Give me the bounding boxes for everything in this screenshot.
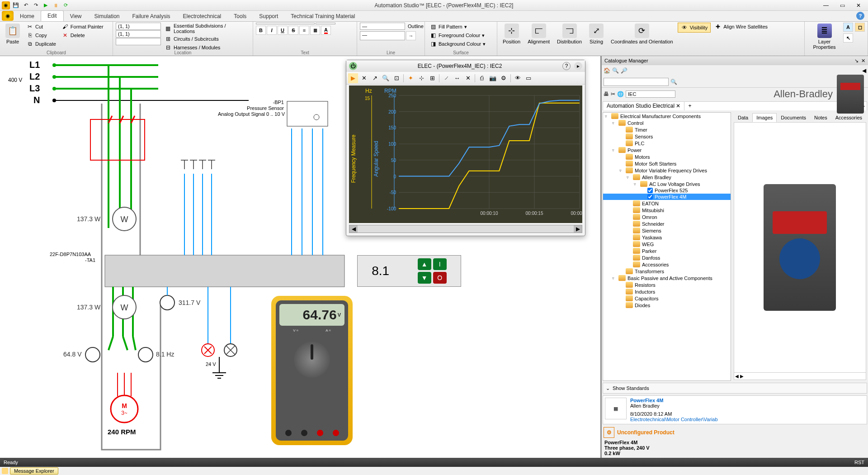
cat-filter2-icon[interactable]: ✂ [611, 91, 615, 97]
help-button[interactable]: ? [856, 12, 864, 20]
line-style-dropdown[interactable]: — [360, 23, 405, 30]
layer-tool2-button[interactable]: ↖ [843, 33, 853, 43]
preview-tab-notes[interactable]: Notes [810, 113, 831, 122]
duplicate-button[interactable]: ⧉Duplicate [24, 40, 58, 48]
fill-pattern-button[interactable]: ▨Fill Pattern ▾ [428, 23, 487, 31]
tree-item[interactable]: ▿Motor Variable Frequency Drives [603, 167, 731, 174]
ribbon-tab-simulation[interactable]: Simulation [88, 11, 126, 21]
underline-button[interactable]: U [278, 26, 288, 35]
mm-jack-3[interactable] [317, 430, 323, 436]
layer-tool3-button[interactable]: ◻ [855, 23, 865, 32]
close-button[interactable]: ✕ [851, 1, 866, 10]
scope-fit-button[interactable]: ⊡ [392, 73, 401, 83]
align-wire-satellites-button[interactable]: ✚Align Wire Satellites [712, 23, 769, 31]
scope-tool-a[interactable]: ⟋ [441, 73, 451, 83]
tree-item[interactable]: Yaskawa [603, 234, 731, 241]
scope-cursor2-button[interactable]: ↗ [370, 73, 380, 83]
scope-play-button[interactable]: ▶ [348, 73, 358, 83]
cat-find-icon[interactable]: 🔍 [612, 67, 619, 74]
alignment-button[interactable]: ⫍Alignment [525, 23, 552, 45]
qat-undo-icon[interactable]: ↶ [22, 1, 30, 10]
cat-close-icon[interactable]: ✕ [861, 58, 865, 64]
scope-tool-b[interactable]: ↔ [452, 73, 462, 83]
catalogue-tab-electrical[interactable]: Automation Studio Electrical ✕ [603, 102, 684, 110]
tree-item[interactable]: Inductors [603, 288, 731, 295]
distribution-button[interactable]: ⫎Distribution [554, 23, 585, 45]
location-extra-dropdown[interactable] [116, 38, 161, 45]
tree-item[interactable]: Parker [603, 247, 731, 254]
scope-clear-button[interactable]: ▭ [524, 73, 533, 83]
scope-titlebar[interactable]: ⏻ ELEC - (PowerFlex4M_IEC) : IEC2 ? ▸ [346, 60, 585, 72]
tree-item[interactable]: Omron [603, 214, 731, 220]
format-painter-button[interactable]: 🖌Format Painter [60, 23, 105, 31]
qat-refresh-icon[interactable]: ⟳ [61, 1, 70, 10]
scope-zoom-button[interactable]: 🔍 [381, 73, 391, 83]
scope-next-icon[interactable]: ▸ [574, 62, 582, 70]
show-standards-button[interactable]: ⌄ Show Standards [603, 383, 867, 394]
bg-color-button[interactable]: ◨Background Colour ▾ [428, 40, 487, 48]
qat-pause-icon[interactable]: ⏸ [52, 1, 60, 10]
ctrl-down-button[interactable]: ▼ [418, 272, 431, 284]
schematic-canvas[interactable]: W W V V Hz [0, 56, 601, 458]
qat-redo-icon[interactable]: ↷ [32, 1, 40, 10]
tree-item[interactable]: Timer [603, 126, 731, 133]
font-family-dropdown[interactable] [256, 23, 315, 24]
tree-item[interactable]: Motors [603, 153, 731, 160]
product-path-link[interactable]: Electrotechnical\Motor Controller\Variab [630, 417, 718, 422]
tree-item[interactable]: ▿Control [603, 119, 731, 126]
tree-item[interactable]: Accessories [603, 261, 731, 268]
tree-item[interactable]: Transformers [603, 268, 731, 275]
ctrl-start-button[interactable]: I [433, 258, 447, 270]
scope-scrollbar[interactable]: ◀ ▶ [349, 225, 582, 233]
message-explorer-bar[interactable]: Message Explorer [0, 467, 868, 475]
scope-export-button[interactable]: ⎙ [477, 73, 487, 83]
location-coord1-dropdown[interactable]: (1, 1) [116, 23, 161, 30]
cat-filter1-icon[interactable]: 🖶 [604, 91, 609, 97]
tree-item[interactable]: PowerFlex 525 [603, 187, 731, 194]
ribbon-tab-tools[interactable]: Tools [227, 11, 253, 21]
cat-search-icon[interactable]: 🔎 [621, 67, 627, 74]
scope-grid-button[interactable]: ⊞ [427, 73, 437, 83]
scope-marker-button[interactable]: ✦ [406, 73, 415, 83]
cat-home-icon[interactable]: 🏠 [604, 67, 610, 74]
qat-play-icon[interactable]: ▶ [42, 1, 50, 10]
coords-button[interactable]: ⟳Coordinates and Orientation [608, 23, 676, 45]
fg-color-button[interactable]: ◧Foreground Colour ▾ [428, 31, 487, 39]
outline-button[interactable]: Outline [406, 23, 425, 30]
cat-pin-icon[interactable]: ↘ [854, 58, 859, 64]
scope-settings-button[interactable]: ⚙ [499, 73, 509, 83]
qat-save-icon[interactable]: 💾 [12, 1, 20, 10]
tree-item[interactable]: Resistors [603, 281, 731, 288]
catalogue-tab-add[interactable]: + [684, 102, 695, 110]
preview-tab-documents[interactable]: Documents [777, 113, 810, 122]
tree-item[interactable]: Capacitors [603, 295, 731, 302]
bold-button[interactable]: B [256, 26, 266, 35]
ribbon-tab-view[interactable]: View [64, 11, 88, 21]
copy-button[interactable]: ⎘Copy [24, 31, 58, 39]
scope-snap-button[interactable]: ⊹ [416, 73, 426, 83]
catalogue-header[interactable]: Catalogue Manager ↘✕ [602, 56, 868, 65]
tree-item[interactable]: PowerFlex 4M [603, 194, 731, 200]
mm-jack-4[interactable] [333, 430, 339, 436]
tree-item[interactable]: Schneider [603, 220, 731, 227]
tree-item[interactable]: ▿Basic Passive and Active Components [603, 275, 731, 281]
scope-help-icon[interactable]: ? [562, 62, 571, 70]
tree-item[interactable]: Sensors [603, 133, 731, 140]
tree-item[interactable]: EATON [603, 200, 731, 207]
tree-item[interactable]: ▿Electrical Manufacturer Components [603, 113, 731, 119]
tree-item[interactable]: Motor Soft Starters [603, 160, 731, 167]
preview-tab-images[interactable]: Images [752, 113, 777, 122]
oscilloscope-window[interactable]: ⏻ ELEC - (PowerFlex4M_IEC) : IEC2 ? ▸ ▶ … [346, 60, 585, 236]
ribbon-tab-support[interactable]: Support [253, 11, 284, 21]
essential-subdivisions-button[interactable]: ▦Essential Subdivisions / Locations [163, 23, 250, 34]
ctrl-up-button[interactable]: ▲ [418, 258, 431, 270]
circuits-button[interactable]: ⊞Circuits / Subcircuits [163, 35, 250, 43]
tree-item[interactable]: WEG [603, 241, 731, 247]
minimize-button[interactable]: — [818, 1, 834, 10]
tree-item[interactable]: Danfoss [603, 254, 731, 261]
preview-tab-accessories[interactable]: Accessories [831, 113, 866, 122]
tree-item[interactable]: ▿Allen Bradley [603, 174, 731, 180]
scope-chart[interactable]: Frequency Measure Hz Angular Speed RPM -… [349, 86, 582, 223]
tree-item[interactable]: ▿Power [603, 147, 731, 153]
tab-close-icon[interactable]: ✕ [676, 103, 680, 109]
